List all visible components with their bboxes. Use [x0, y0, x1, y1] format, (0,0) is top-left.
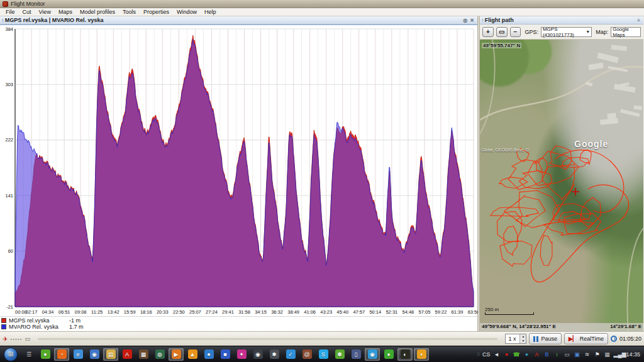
gauge-icon[interactable]: ◐ — [397, 348, 413, 361]
chevron-down-icon: ▼ — [586, 30, 590, 34]
phone-sync-icon[interactable]: ▯ — [348, 348, 364, 361]
spin-up-icon[interactable]: ▲ — [520, 334, 526, 339]
window-list-icon[interactable]: ☰ — [21, 348, 36, 361]
chart-panel-header[interactable]: ⁞ MGPS rel.vyska | MVARIO Rel. vyska ◎ ✕ — [0, 16, 477, 25]
satellite-map[interactable]: 49°59'55.747" N Globe, GEODIS Brno, G Go… — [480, 40, 643, 331]
title-bar[interactable]: Flight Monitor — [0, 0, 644, 8]
windows-explorer-icon[interactable]: ▤ — [103, 348, 118, 361]
skype-icon[interactable]: S — [316, 348, 331, 361]
x-tick-label: 41:06 — [304, 309, 316, 315]
blue-sphere-app-icon[interactable]: ● — [201, 348, 216, 361]
menu-item[interactable]: Tools — [119, 9, 140, 15]
monitor-icon: ▭ — [25, 336, 30, 342]
menu-item[interactable]: Help — [201, 9, 220, 15]
email-at-icon[interactable]: @ — [299, 348, 314, 361]
folder-orange-icon[interactable]: ◗ — [414, 348, 429, 361]
map-selected-value: Google Maps — [613, 26, 639, 38]
webcam-icon[interactable]: ◉ — [365, 348, 380, 361]
network-icon[interactable]: ↕ — [553, 351, 560, 358]
settings-gear-icon[interactable]: ✱ — [267, 348, 282, 361]
realtime-button[interactable]: ▶▏ RealTime — [564, 333, 608, 344]
pause-button[interactable]: Pause — [529, 333, 562, 344]
winrar-icon: ▦ — [139, 349, 148, 359]
x-tick-label: 09:08 — [75, 309, 87, 315]
zoom-window-button[interactable]: ▭ — [496, 27, 508, 37]
ati-icon[interactable]: A — [533, 351, 540, 358]
wings-icon[interactable]: ≋ — [583, 351, 591, 358]
usb-green-icon[interactable]: ♦ — [381, 348, 396, 361]
flag-icon[interactable]: ⚑ — [593, 351, 601, 358]
scale-bar-line — [485, 312, 534, 315]
gps-label: GPS: — [525, 29, 538, 35]
menu-item[interactable]: View — [35, 9, 55, 15]
spin-down-icon[interactable]: ▼ — [520, 339, 526, 343]
media-player-icon[interactable]: ◉ — [87, 348, 102, 361]
adobe-reader-icon[interactable]: A — [119, 348, 135, 361]
altitude-chart-canvas[interactable]: 00:0002:1704:3406:5109:0811:2513:4215:59… — [0, 25, 477, 316]
blue-sphere-app-icon: ● — [204, 349, 214, 359]
x-tick-label: 38:49 — [287, 309, 299, 315]
signal-bars-icon[interactable]: ▂▄▆ — [613, 351, 621, 358]
internet-explorer-icon[interactable]: e — [70, 348, 86, 361]
x-tick-label: 36:32 — [271, 309, 283, 315]
start-button[interactable]: ⊞ — [4, 348, 18, 361]
zoom-in-button[interactable]: + — [482, 27, 494, 37]
folder-orange-icon: ◗ — [417, 349, 426, 359]
winrar-icon[interactable]: ▦ — [136, 348, 151, 361]
blue-square-app-icon[interactable]: ■ — [218, 348, 233, 361]
scale-label: 250 m — [485, 307, 499, 312]
camera-app-icon[interactable]: ◉ — [250, 348, 265, 361]
menu-item[interactable]: Maps — [55, 9, 76, 15]
vlc-icon[interactable]: ▲ — [185, 348, 200, 361]
tasks-icon[interactable]: ▦ — [603, 351, 611, 358]
elapsed-time: 01:05:20 — [619, 336, 641, 342]
panel-pin-icon[interactable]: ◎ — [462, 18, 469, 23]
messenger-icon[interactable]: ▣ — [573, 351, 580, 358]
map-attribution: Globe, GEODIS Brno, G — [481, 148, 529, 152]
flight-panel-header[interactable]: ⁞ Flight path ≡ — [480, 16, 643, 25]
timeline-dots-icon: ••••• — [10, 336, 22, 342]
map-provider-select[interactable]: Google Maps — [611, 27, 641, 37]
photo-viewer-icon[interactable]: ✦ — [234, 348, 249, 361]
phone-green-icon[interactable]: ☎ — [513, 351, 520, 358]
tray-separator: ⁞⁞ — [477, 351, 480, 357]
taskbar-clock[interactable]: 14:35 — [626, 351, 640, 358]
menu-item[interactable]: Properties — [140, 9, 173, 15]
teal-circle-icon[interactable]: ● — [523, 351, 530, 358]
red-status-icon[interactable]: ● — [502, 351, 510, 358]
gps-select[interactable]: MGPS (4301021773) ▼ — [541, 27, 592, 37]
zoom-out-button[interactable]: − — [510, 27, 521, 37]
panel-grip-icon: ⁞ — [2, 18, 3, 23]
check-app-icon[interactable]: ✓ — [283, 348, 298, 361]
camera-app-icon: ◉ — [253, 349, 263, 359]
phone-sync-icon: ▯ — [352, 349, 361, 359]
app-green-ball-icon[interactable]: ● — [38, 348, 53, 361]
x-tick-label: 13:42 — [108, 309, 119, 315]
firefox-icon: ◔ — [57, 349, 67, 359]
panel-close-icon[interactable]: ✕ — [469, 18, 475, 23]
timeline-slider[interactable] — [38, 338, 498, 340]
dvd-globe-icon[interactable]: ◍ — [152, 348, 167, 361]
menu-item[interactable]: File — [2, 9, 19, 15]
app-green-ball-icon: ● — [41, 349, 50, 359]
bluetooth-icon[interactable]: B — [543, 351, 550, 358]
language-indicator[interactable]: CS — [482, 351, 491, 358]
speed-spinner[interactable]: 1 x ▲▼ — [505, 334, 526, 344]
map-coordinate-strip: 49°59'9.668" N, 14°28'22.951" E 14°29'1.… — [480, 323, 643, 331]
menu-item[interactable]: Cut — [19, 9, 35, 15]
menu-item[interactable]: Window — [173, 9, 201, 15]
map-scale-bar: 250 m — [485, 307, 534, 315]
legend-row-mvario: MVARIO Rel. vyska 1.7 m — [1, 324, 476, 330]
media-center-icon[interactable]: ▶ — [169, 348, 184, 361]
chart-panel: ⁞ MGPS rel.vyska | MVARIO Rel. vyska ◎ ✕… — [0, 16, 478, 331]
panel-grip-icon: ⁞ — [482, 18, 483, 23]
x-tick-label: 29:41 — [222, 309, 234, 315]
firefox-icon[interactable]: ◔ — [54, 348, 69, 361]
green-paw-icon[interactable]: ✽ — [332, 348, 347, 361]
speaker-icon[interactable]: ◄ — [492, 351, 500, 358]
x-tick-label: 11:25 — [91, 309, 103, 315]
menu-item[interactable]: Model profiles — [76, 9, 119, 15]
x-tick-label: 04:34 — [42, 309, 54, 315]
display-icon[interactable]: ▭ — [563, 351, 570, 358]
panel-menu-icon[interactable]: ≡ — [636, 18, 641, 23]
